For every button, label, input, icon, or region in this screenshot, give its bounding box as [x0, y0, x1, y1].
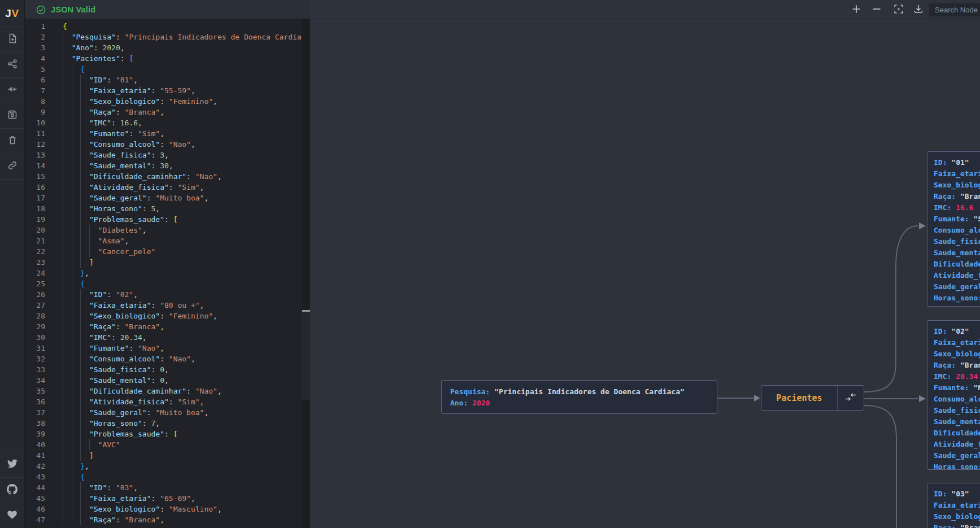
json-editor[interactable]: 1{2"Pesquisa": "Principais Indicadores d… [25, 19, 302, 528]
editor-line[interactable]: 2"Pesquisa": "Principais Indicadores de … [25, 32, 302, 42]
editor-line[interactable]: 23] [25, 257, 302, 268]
arrowhead [754, 395, 760, 402]
indent-guide [72, 300, 81, 311]
editor-line[interactable]: 42}, [25, 461, 302, 472]
indent-guide [63, 514, 72, 525]
indent-guide [63, 332, 72, 343]
patient-node-03[interactable]: ID: "03"Faixa_etaria: "65-69"Sexo_biolog… [927, 483, 980, 528]
node-row: IMC: 16.6 [934, 202, 980, 213]
editor-line[interactable]: 34"Saude_mental": 0, [25, 375, 302, 386]
indent-guide [72, 343, 81, 354]
line-number: 40 [25, 439, 45, 450]
editor-line[interactable]: 30"IMC": 20.34, [25, 332, 302, 343]
delete-button[interactable] [0, 129, 24, 154]
arrowhead [919, 222, 926, 229]
graph-canvas[interactable]: Pesquisa: "Principais Indicadores de Doe… [310, 19, 980, 528]
editor-line[interactable]: 25{ [25, 278, 302, 289]
indent-guide [80, 160, 89, 171]
editor-line[interactable]: 7"Faixa_etaria": "55-59", [25, 85, 302, 96]
indent-guide [80, 85, 89, 96]
editor-line[interactable]: 41] [25, 450, 302, 461]
editor-line[interactable]: 37"Saude_geral": "Muito boa", [25, 407, 302, 418]
indent-guide [72, 504, 81, 514]
link-icon [7, 160, 18, 173]
editor-line[interactable]: 40"AVC" [25, 439, 302, 450]
line-number: 39 [25, 429, 45, 439]
editor-line[interactable]: 33"Saude_fisica": 0, [25, 364, 302, 375]
editor-line[interactable]: 38"Horas_sono": 7, [25, 418, 302, 429]
editor-line[interactable]: 13"Saude_fisica": 3, [25, 150, 302, 160]
editor-line[interactable]: 22"Cancer_pele" [25, 246, 302, 257]
pacientes-node[interactable]: Pacientes [761, 385, 864, 411]
zoom-out-button[interactable] [870, 4, 883, 16]
editor-line[interactable]: 43{ [25, 472, 302, 482]
editor-line[interactable]: 47"Raça": "Branca", [25, 514, 302, 525]
center-focus-button[interactable] [892, 4, 905, 16]
patient-node-01[interactable]: ID: "01"Faixa_etaria: "55-59"Sexo_biolog… [927, 151, 980, 307]
editor-line[interactable]: 45"Faixa_etaria": "65-69", [25, 493, 302, 504]
editor-line[interactable]: 16"Atividade_fisica": "Sim", [25, 182, 302, 193]
editor-line[interactable]: 21"Asma", [25, 235, 302, 246]
node-row: Sexo_biologico: "Feminino" [934, 348, 980, 360]
indent-guide [72, 472, 81, 482]
sponsor-button[interactable] [0, 503, 24, 528]
node-row: Saude_fisica: 3 [934, 236, 980, 247]
editor-line[interactable]: 28"Sexo_biologico": "Feminino", [25, 311, 302, 321]
editor-scrollbar[interactable] [302, 19, 310, 528]
editor-line[interactable]: 19"Problemas_saude": [ [25, 214, 302, 225]
indent-guide [80, 418, 89, 429]
editor-line[interactable]: 39"Problemas_saude": [ [25, 429, 302, 439]
editor-line[interactable]: 27"Faixa_etaria": "80 ou +", [25, 300, 302, 311]
zoom-in-button[interactable] [850, 4, 863, 16]
line-number: 30 [25, 332, 45, 343]
twitter-button[interactable] [0, 452, 24, 477]
editor-line[interactable]: 9"Raça": "Branca", [25, 107, 302, 117]
editor-line[interactable]: 10"IMC": 16.6, [25, 117, 302, 128]
app-logo[interactable]: JV [0, 0, 24, 27]
new-document-button[interactable] [0, 27, 24, 53]
patient-node-02[interactable]: ID: "02"Faixa_etaria: "80 ou +"Sexo_biol… [927, 320, 980, 470]
scrollbar-thumb[interactable] [302, 312, 310, 400]
center-canvas-button[interactable] [0, 78, 24, 103]
collapse-children-button[interactable] [838, 386, 864, 410]
share-link-button[interactable] [0, 154, 24, 180]
editor-line[interactable]: 46"Sexo_biologico": "Masculino", [25, 504, 302, 514]
editor-line[interactable]: 36"Atividade_fisica": "Sim", [25, 396, 302, 407]
editor-line[interactable]: 4"Pacientes": [ [25, 53, 302, 64]
indent-guide [72, 364, 81, 375]
editor-line[interactable]: 35"Dificuldade_caminhar": "Nao", [25, 386, 302, 396]
editor-line[interactable]: 8"Sexo_biologico": "Feminino", [25, 96, 302, 107]
editor-line[interactable]: 32"Consumo_alcool": "Nao", [25, 354, 302, 364]
indent-guide [80, 96, 89, 107]
indent-guide [80, 203, 89, 214]
editor-line[interactable]: 11"Fumante": "Sim", [25, 128, 302, 139]
download-image-button[interactable] [912, 4, 925, 16]
editor-line[interactable]: 12"Consumo_alcool": "Nao", [25, 139, 302, 150]
github-button[interactable] [0, 477, 24, 503]
indent-guide [72, 311, 81, 321]
node-row: Sexo_biologico: "Masculino" [934, 511, 980, 522]
editor-line[interactable]: 15"Dificuldade_caminhar": "Nao", [25, 171, 302, 182]
editor-line[interactable]: 17"Saude_geral": "Muito boa", [25, 193, 302, 203]
line-number: 13 [25, 150, 45, 160]
editor-line[interactable]: 6"ID": "01", [25, 75, 302, 85]
save-button[interactable] [0, 103, 24, 129]
graph-view-button[interactable] [0, 53, 24, 78]
editor-line[interactable]: 1{ [25, 21, 302, 32]
editor-line[interactable]: 24}, [25, 268, 302, 278]
editor-line[interactable]: 44"ID": "03", [25, 482, 302, 493]
line-number: 38 [25, 418, 45, 429]
editor-line[interactable]: 26"ID": "02", [25, 289, 302, 300]
root-node[interactable]: Pesquisa: "Principais Indicadores de Doe… [441, 380, 717, 414]
editor-line[interactable]: 31"Fumante": "Nao", [25, 343, 302, 354]
editor-line[interactable]: 3"Ano": 2020, [25, 42, 302, 53]
editor-line[interactable]: 18"Horas_sono": 5, [25, 203, 302, 214]
node-row: Saude_geral: "Muito boa" [934, 281, 980, 293]
indent-guide [63, 311, 72, 321]
editor-line[interactable]: 5{ [25, 64, 302, 75]
search-node-input[interactable] [929, 3, 980, 16]
editor-line[interactable]: 20"Diabetes", [25, 225, 302, 235]
editor-line[interactable]: 29"Raça": "Branca", [25, 321, 302, 332]
editor-line[interactable]: 14"Saude_mental": 30, [25, 160, 302, 171]
line-number: 44 [25, 482, 45, 493]
